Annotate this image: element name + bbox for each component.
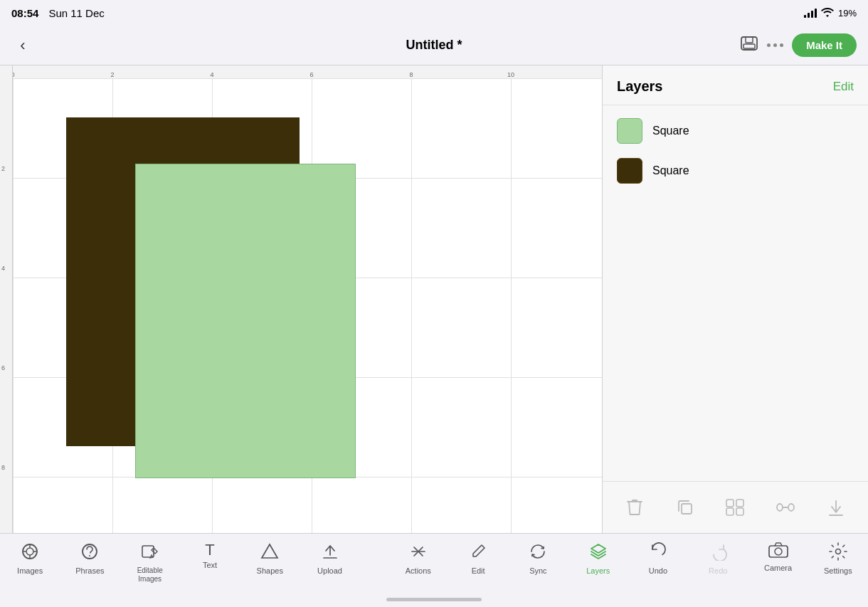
images-icon bbox=[21, 542, 39, 564]
ruler-tick-10: 10 bbox=[507, 71, 514, 78]
undo-icon bbox=[649, 542, 667, 564]
layers-toolbar bbox=[603, 481, 868, 533]
svg-rect-5 bbox=[736, 500, 743, 507]
main-layout: 0 2 4 6 8 10 12 2 4 6 8 Layers Edit bbox=[0, 65, 868, 533]
link-layer-button[interactable] bbox=[770, 492, 801, 523]
svg-marker-19 bbox=[262, 544, 277, 558]
svg-rect-7 bbox=[736, 508, 743, 515]
nav-item-images[interactable]: Images bbox=[0, 539, 60, 579]
nav-label-layers: Layers bbox=[586, 566, 610, 576]
nav-label-shapes: Shapes bbox=[257, 566, 283, 576]
nav-item-phrases[interactable]: Phrases bbox=[60, 539, 120, 579]
nav-label-edit: Edit bbox=[472, 566, 485, 576]
ruler-left: 2 4 6 8 bbox=[0, 65, 13, 533]
status-date: Sun 11 Dec bbox=[48, 7, 104, 19]
shapes-icon bbox=[260, 542, 279, 564]
ruler-top: 0 2 4 6 8 10 12 bbox=[13, 65, 602, 78]
battery-indicator: 19% bbox=[838, 8, 857, 19]
ruler-left-tick-4: 4 bbox=[1, 265, 5, 272]
layer-item-dark[interactable]: Square bbox=[603, 151, 868, 191]
nav-item-shapes[interactable]: Shapes bbox=[240, 539, 300, 579]
nav-item-redo[interactable]: Redo bbox=[688, 539, 748, 579]
layer-swatch-green bbox=[617, 118, 642, 144]
layers-panel-title: Layers bbox=[617, 78, 663, 95]
nav-label-upload: Upload bbox=[317, 566, 342, 576]
wifi-icon bbox=[821, 7, 834, 19]
layer-swatch-dark bbox=[617, 158, 642, 184]
ruler-tick-2: 2 bbox=[110, 71, 114, 78]
nav-item-upload[interactable]: Upload bbox=[300, 539, 359, 579]
nav-label-camera: Camera bbox=[764, 564, 792, 573]
nav-item-undo[interactable]: Undo bbox=[628, 539, 688, 579]
layer-name-dark: Square bbox=[652, 164, 689, 177]
ruler-left-tick-2: 2 bbox=[1, 165, 5, 172]
svg-point-22 bbox=[835, 549, 840, 554]
svg-rect-1 bbox=[746, 37, 753, 43]
svg-rect-2 bbox=[743, 44, 755, 48]
svg-point-17 bbox=[89, 555, 90, 556]
svg-rect-3 bbox=[682, 504, 692, 514]
actions-icon bbox=[409, 542, 428, 564]
ruler-left-tick-6: 6 bbox=[1, 364, 5, 371]
nav-item-sync[interactable]: Sync bbox=[508, 539, 568, 579]
layers-panel-header: Layers Edit bbox=[603, 65, 868, 105]
header-bar: ‹ Untitled * Make It bbox=[0, 26, 868, 65]
green-square-shape[interactable] bbox=[135, 164, 356, 478]
document-title: Untitled * bbox=[406, 38, 462, 53]
nav-item-edit[interactable]: Edit bbox=[448, 539, 508, 579]
ruler-tick-8: 8 bbox=[409, 71, 413, 78]
redo-icon bbox=[709, 542, 727, 564]
nav-label-editable-images: EditableImages bbox=[137, 566, 163, 584]
nav-item-layers[interactable]: Layers bbox=[568, 539, 628, 579]
nav-label-actions: Actions bbox=[406, 566, 431, 576]
header-actions: Make It bbox=[740, 33, 857, 57]
nav-label-phrases: Phrases bbox=[75, 566, 104, 576]
camera-icon bbox=[768, 542, 788, 561]
svg-rect-9 bbox=[788, 504, 794, 511]
svg-rect-4 bbox=[726, 500, 734, 507]
nav-label-text: Text bbox=[203, 561, 217, 570]
nav-item-camera[interactable]: Camera bbox=[748, 539, 808, 576]
group-layer-button[interactable] bbox=[719, 492, 751, 523]
settings-icon bbox=[829, 542, 847, 564]
status-bar: 08:54 Sun 11 Dec 19% bbox=[0, 0, 868, 26]
delete-layer-button[interactable] bbox=[619, 492, 650, 523]
nav-label-redo: Redo bbox=[709, 566, 727, 576]
sync-icon bbox=[529, 542, 547, 564]
move-down-layer-button[interactable] bbox=[820, 492, 852, 523]
svg-point-21 bbox=[775, 548, 782, 555]
ruler-left-tick-8: 8 bbox=[1, 464, 5, 471]
duplicate-layer-button[interactable] bbox=[669, 492, 701, 523]
layers-list: Square Square bbox=[603, 105, 868, 481]
layers-edit-button[interactable]: Edit bbox=[833, 80, 854, 94]
canvas-content bbox=[13, 78, 602, 533]
nav-item-text[interactable]: T Text bbox=[180, 539, 240, 573]
ruler-tick-4: 4 bbox=[210, 71, 213, 78]
bottom-nav: Images Phrases EditableImages T Text bbox=[0, 533, 868, 607]
text-icon: T bbox=[205, 542, 214, 558]
nav-item-actions[interactable]: Actions bbox=[388, 539, 448, 579]
nav-label-settings: Settings bbox=[824, 566, 852, 576]
layers-panel: Layers Edit Square Square bbox=[602, 65, 868, 533]
edit-icon bbox=[469, 542, 487, 564]
status-time: 08:54 bbox=[11, 7, 38, 19]
signal-icon bbox=[804, 8, 817, 18]
save-button[interactable] bbox=[740, 36, 758, 55]
svg-point-11 bbox=[26, 548, 33, 555]
nav-label-undo: Undo bbox=[649, 566, 667, 576]
svg-rect-8 bbox=[777, 504, 783, 511]
editable-images-icon bbox=[140, 542, 160, 564]
home-indicator bbox=[386, 598, 482, 601]
nav-item-editable-images[interactable]: EditableImages bbox=[120, 539, 180, 586]
canvas-area[interactable]: 0 2 4 6 8 10 12 2 4 6 8 bbox=[0, 65, 602, 533]
nav-label-sync: Sync bbox=[529, 566, 546, 576]
status-indicators: 19% bbox=[804, 7, 857, 19]
nav-item-settings[interactable]: Settings bbox=[808, 539, 868, 579]
layer-name-green: Square bbox=[652, 125, 689, 137]
nav-label-images: Images bbox=[17, 566, 43, 576]
layer-item-green[interactable]: Square bbox=[603, 111, 868, 151]
more-dots[interactable] bbox=[767, 43, 783, 47]
svg-rect-6 bbox=[726, 508, 734, 515]
make-it-button[interactable]: Make It bbox=[792, 33, 857, 57]
back-button[interactable]: ‹ bbox=[11, 34, 34, 57]
